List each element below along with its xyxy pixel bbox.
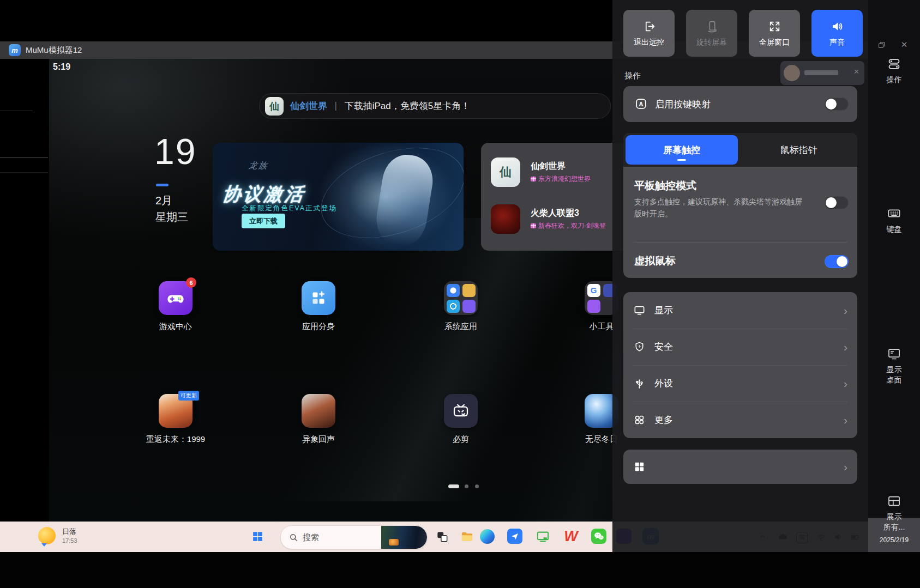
- touch-tabs: 屏幕触控 鼠标指针: [623, 133, 857, 167]
- search-placeholder: 搜索: [303, 532, 381, 543]
- app-label: 系统应用: [444, 322, 477, 332]
- date-weekday: 星期三: [155, 210, 188, 225]
- menu-item-security[interactable]: 安全 ›: [623, 329, 857, 365]
- rail-item-show-all-windows[interactable]: 展示所有...: [868, 494, 920, 532]
- divider: [633, 242, 847, 243]
- rotate-screen-icon: [705, 20, 719, 33]
- mini-widget-icon: [587, 300, 600, 313]
- windows-logo-icon: [633, 460, 646, 473]
- close-icon: ✕: [853, 68, 859, 76]
- close-icon: ✕: [901, 40, 908, 50]
- app-system-folder[interactable]: 系统应用: [444, 281, 478, 315]
- side-rail: ✕ 操作 键盘 显示桌面 展示所有... 2025/2/19: [868, 0, 920, 552]
- keymap-toggle[interactable]: [825, 98, 849, 111]
- tab-screen-touch[interactable]: 屏幕触控: [626, 135, 738, 165]
- svg-text:A: A: [639, 101, 644, 107]
- yixiang-echo-icon: [302, 394, 335, 428]
- divider: [633, 402, 847, 402]
- desktop-root: 5:19 仙 仙剑世界 ｜ 下载抽iPad，免费领5星卡角！ 19 2月 星期三…: [0, 0, 920, 588]
- gift-icon: [531, 223, 536, 228]
- search-highlight-thumbnail: [381, 526, 427, 549]
- touch-mode-card: 屏幕触控 鼠标指针 平板触控模式 支持多点触控，建议玩原神、杀戮尖塔等游戏触屏版…: [623, 133, 857, 278]
- gift-icon: [531, 177, 536, 181]
- app-clone[interactable]: 应用分身: [302, 281, 335, 315]
- rail-item-keyboard[interactable]: 键盘: [868, 206, 920, 234]
- page-indicator-dot: [465, 484, 468, 488]
- bijian-icon: [444, 394, 478, 428]
- menu-item-more[interactable]: 更多 ›: [623, 402, 857, 438]
- chevron-right-icon: ›: [844, 414, 847, 426]
- app-yixiang-echo[interactable]: 异象回声: [302, 394, 335, 428]
- screen-cast-button[interactable]: [536, 529, 550, 544]
- divider: [633, 365, 847, 366]
- mumu-logo-icon: m: [9, 44, 21, 56]
- screen-edge-line: [0, 157, 48, 158]
- usb-icon: [633, 377, 646, 390]
- exit-remote-button[interactable]: 退出远控: [623, 10, 675, 57]
- keymap-label: 启用按键映射: [655, 98, 711, 111]
- app-reverse-1999[interactable]: 可更新 重返未来：1999: [159, 394, 193, 428]
- taskbar-date[interactable]: 2025/2/19: [868, 536, 920, 544]
- android-status-time: 5:19: [53, 62, 70, 72]
- keymap-card: A 启用按键映射: [623, 86, 857, 122]
- menu-item-display[interactable]: 显示 ›: [623, 292, 857, 329]
- reverse-1999-icon: 可更新: [159, 394, 193, 428]
- fullscreen-window-button[interactable]: 全屏窗口: [749, 10, 800, 57]
- bottom-letterbox: [0, 552, 920, 588]
- menu-item-windows-shortcuts[interactable]: ›: [623, 450, 857, 484]
- tablet-mode-description: 支持多点触控，建议玩原神、杀戮尖塔等游戏触屏版时开启。: [634, 196, 808, 220]
- temp-down-icon: [41, 543, 47, 547]
- mini-app-icon: [462, 300, 476, 313]
- divider: [633, 329, 847, 329]
- window-restore-button[interactable]: [876, 39, 887, 50]
- badge-updatable: 可更新: [178, 391, 199, 401]
- app-label: 必剪: [453, 434, 469, 445]
- mini-settings-icon: [447, 284, 460, 297]
- messaging-app-button[interactable]: [507, 529, 522, 544]
- app-game-center[interactable]: 6 游戏中心: [159, 281, 193, 315]
- page-indicator-dot: [475, 484, 479, 488]
- tablet-mode-toggle[interactable]: [825, 196, 849, 209]
- game-tagline: 新春狂欢，双刀·剑魂登: [531, 221, 606, 231]
- rail-item-show-desktop[interactable]: 显示桌面: [868, 347, 920, 385]
- sound-button[interactable]: 声音: [811, 10, 863, 57]
- keyboard-icon: [887, 206, 901, 221]
- window-close-button[interactable]: ✕: [899, 39, 910, 50]
- tab-mouse-pointer[interactable]: 鼠标指针: [740, 133, 857, 167]
- file-explorer-button[interactable]: [460, 529, 474, 544]
- banner-download-button[interactable]: 立即下载: [242, 214, 285, 228]
- all-windows-grid-icon: [887, 494, 901, 508]
- monitor-icon: [633, 304, 646, 317]
- weather-title: 日落: [62, 527, 76, 537]
- game-ad-banner[interactable]: 龙族 协议激活 全新限定角色EVA正式登场 立即下载: [213, 143, 464, 251]
- toggles-icon: [887, 57, 901, 71]
- edge-browser-button[interactable]: [480, 529, 495, 544]
- keymap-a-icon: A: [634, 97, 648, 111]
- app-clone-icon: [302, 281, 335, 315]
- section-title: 操作: [624, 71, 641, 81]
- date-day: 19: [154, 131, 196, 172]
- mini-google-icon: G: [587, 284, 600, 297]
- rail-item-operations[interactable]: 操作: [868, 57, 920, 85]
- wechat-button[interactable]: [591, 529, 606, 544]
- chevron-right-icon: ›: [844, 378, 847, 389]
- game-icon-xianjian: 仙: [491, 157, 520, 187]
- rotate-screen-button: 旋转屏幕: [686, 10, 737, 57]
- virtual-mouse-toggle[interactable]: [825, 255, 849, 268]
- menu-item-peripherals[interactable]: 外设 ›: [623, 365, 857, 402]
- banner-brand-logo: 龙族: [248, 160, 269, 172]
- game-title: 仙剑世界: [531, 161, 566, 172]
- speaker-icon: [831, 20, 844, 33]
- start-button[interactable]: [251, 530, 264, 543]
- tab-active-indicator: [677, 159, 686, 161]
- notification-app-name: 仙剑世界: [290, 100, 327, 112]
- task-view-button[interactable]: [435, 529, 449, 544]
- mini-files-icon: [462, 284, 476, 297]
- wps-button[interactable]: W: [563, 528, 579, 544]
- app-label: 游戏中心: [159, 322, 192, 332]
- date-underline: [156, 184, 169, 186]
- notification-banner[interactable]: 仙 仙剑世界 ｜ 下载抽iPad，免费领5星卡角！: [259, 93, 611, 119]
- chevron-right-icon: ›: [844, 305, 847, 316]
- search-input[interactable]: 搜索: [280, 525, 428, 549]
- app-bijian[interactable]: 必剪: [444, 394, 478, 428]
